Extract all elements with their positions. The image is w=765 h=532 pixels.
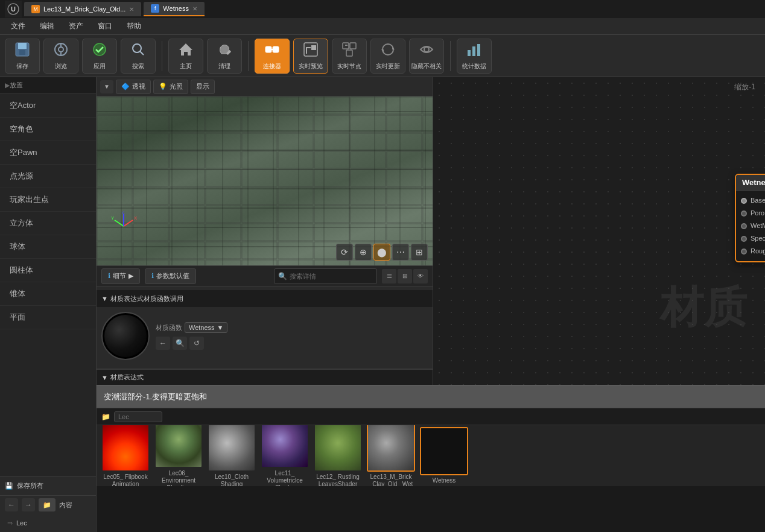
mat-expr-header[interactable]: ▼ 材质表达式 (97, 369, 433, 385)
mat-search-button[interactable]: 🔍 (173, 337, 187, 350)
move-ctrl-button[interactable]: ⊕ (355, 244, 372, 261)
connector-button[interactable]: 连接器 (255, 39, 290, 74)
realtime-nodes-icon (341, 42, 357, 60)
mat-back-button[interactable]: ← (156, 337, 170, 350)
realtime-preview-icon (303, 42, 319, 60)
port-dot-in-basecolor[interactable] (741, 198, 747, 204)
home-icon (178, 42, 194, 60)
left-sidebar: ▶ 放置 空Actor 空角色 空Pawn 点光源 玩家出生点 立方体 球体 圆… (0, 77, 97, 532)
save-all-button[interactable]: 💾 保存所有 (0, 477, 96, 496)
sphere-ctrl-button[interactable]: ⬤ (373, 244, 390, 261)
thumb-name-lec05: Lec05_ Flipbook Animation (101, 473, 150, 486)
sidebar-item-spawn[interactable]: 玩家出生点 (0, 188, 96, 212)
svg-line-11 (140, 51, 144, 55)
grid-view-button[interactable]: ⊞ (398, 269, 412, 283)
more-ctrl-button[interactable]: ⋯ (392, 244, 409, 261)
toolbar-sep-1 (162, 41, 162, 71)
search-button[interactable]: 搜索 (121, 39, 156, 74)
toolbar-sep-3 (450, 41, 451, 71)
nav-forward-button[interactable]: → (22, 498, 35, 511)
mat-fn-header[interactable]: ▼ 材质表达式材质函数调用 (97, 290, 433, 307)
thumb-item-lec10[interactable]: Lec10_Cloth Shading (208, 425, 256, 486)
perspective-button[interactable]: 🔷 透视 (116, 80, 151, 94)
thumb-item-lec06[interactable]: Lec06_ Environment Blending (154, 425, 203, 486)
svg-line-34 (115, 220, 124, 226)
port-dot-in-wetmask[interactable] (741, 223, 747, 229)
sidebar-item-pawn[interactable]: 空Pawn (0, 141, 96, 165)
material-name-dropdown[interactable]: Wetness ▼ (185, 322, 227, 333)
sidebar-item-actor[interactable]: 空Actor (0, 94, 96, 118)
param-defaults-button[interactable]: ℹ 参数默认值 (145, 268, 196, 284)
svg-rect-26 (468, 50, 471, 56)
mat-refresh-button[interactable]: ↺ (189, 337, 204, 350)
tab-lec13[interactable]: M Lec13_M_Brick_Clay_Old... ✕ (24, 2, 141, 16)
thumb-name-wetness: Wetness (433, 477, 456, 484)
material-ball (104, 315, 147, 357)
extra-ctrl-button[interactable]: ⊞ (411, 244, 428, 261)
tab-wetness[interactable]: f Wetness ✕ (144, 2, 205, 16)
viewport-controls: ⟳ ⊕ ⬤ ⋯ ⊞ (336, 244, 428, 261)
port-dot-in-porousness[interactable] (741, 211, 747, 217)
view-buttons: ☰ ⊞ 👁 (382, 269, 428, 283)
thumb-item-lec13[interactable]: Lec13_M_Brick _Clay_Old_ Wet (367, 425, 415, 486)
details-button[interactable]: ℹ 细节 ▶ (101, 268, 140, 284)
thumb-item-lec05[interactable]: Lec05_ Flipbook Animation (101, 425, 150, 486)
viewport-dropdown-arrow[interactable]: ▼ (100, 80, 113, 93)
thumb-item-lec12[interactable]: Lec12_ Rustling LeavesShader (314, 425, 362, 486)
svg-marker-23 (392, 46, 395, 49)
sidebar-item-light[interactable]: 点光源 (0, 165, 96, 188)
port-label-roughness: Roughness粗糙度 (S) (751, 247, 765, 256)
sidebar-item-role[interactable]: 空角色 (0, 118, 96, 141)
menu-window[interactable]: 窗口 (92, 20, 118, 33)
thumb-img-lec05 (101, 425, 150, 472)
browse-icon (53, 42, 69, 60)
realtime-preview-button[interactable]: 实时预览 (293, 39, 328, 74)
stats-button[interactable]: 统计数据 (457, 39, 492, 74)
sidebar-item-cylinder[interactable]: 圆柱体 (0, 259, 96, 282)
apply-button[interactable]: 应用 (82, 39, 117, 74)
sidebar-item-flat[interactable]: 平面 (0, 306, 96, 329)
content-folder-button[interactable]: 📁 (39, 498, 56, 511)
save-button[interactable]: 保存 (5, 39, 40, 74)
thumb-img-lec12 (314, 425, 362, 472)
node-graph[interactable]: 缩放-1 Wetness BaseColor基础颜色 (V3) Roughnes… (433, 77, 765, 385)
property-search[interactable]: 🔍 (274, 268, 377, 284)
menu-edit[interactable]: 编辑 (34, 20, 60, 33)
clean-button[interactable]: 清理 (207, 39, 242, 74)
viewport-node-area: ▼ 🔷 透视 💡 光照 显示 (97, 77, 765, 385)
save-icon-small: 💾 (5, 482, 13, 490)
show-button[interactable]: 显示 (191, 80, 215, 94)
realtime-update-button[interactable]: 实时更新 (370, 39, 405, 74)
nav-back-button[interactable]: ← (5, 498, 18, 511)
menu-file[interactable]: 文件 (5, 20, 31, 33)
port-dot-in-specular[interactable] (741, 236, 747, 242)
browse-button[interactable]: 浏览 (43, 39, 78, 74)
thumb-img-lec10 (208, 425, 256, 472)
thumb-item-wetness[interactable]: Wetness (420, 427, 468, 484)
realtime-nodes-button[interactable]: 实时节点 (332, 39, 367, 74)
sidebar-item-sphere[interactable]: 球体 (0, 235, 96, 259)
port-row-porousness: Porousness多孔渗透性 (S) Specular (736, 207, 765, 220)
list-view-button[interactable]: ☰ (382, 269, 396, 283)
menu-help[interactable]: 帮助 (121, 20, 147, 33)
port-row-specular: Specular高光度 (S) (736, 232, 765, 245)
wetness-node[interactable]: Wetness BaseColor基础颜色 (V3) Roughness (735, 174, 765, 262)
home-button[interactable]: 主页 (168, 39, 203, 74)
sidebar-item-cube[interactable]: 立方体 (0, 212, 96, 235)
hide-unrelated-button[interactable]: 隐藏不相关 (409, 39, 444, 74)
tab-icon-brick: M (31, 5, 40, 13)
rotate-ctrl-button[interactable]: ⟳ (336, 244, 353, 261)
port-dot-in-roughness[interactable] (741, 249, 747, 255)
thumb-item-lec11[interactable]: Lec11_ Volumetriclce Shader (261, 425, 309, 486)
zoom-label: 缩放-1 (734, 82, 755, 92)
thumbnail-search-input[interactable] (114, 411, 162, 422)
lighting-button[interactable]: 💡 光照 (153, 80, 188, 94)
port-label-basecolor: BaseColor基础颜色 (V3) (751, 196, 765, 205)
eye-view-button[interactable]: 👁 (413, 269, 428, 283)
sidebar-bottom: 💾 保存所有 ← → 📁 内容 ⇒ Lec (0, 476, 96, 532)
material-controls: 材质函数 Wetness ▼ ← 🔍 ↺ (156, 322, 428, 350)
menu-assets[interactable]: 资产 (63, 20, 89, 33)
sidebar-item-cone[interactable]: 锥体 (0, 282, 96, 306)
mat-fn-content: 材质函数 Wetness ▼ ← 🔍 ↺ (97, 307, 433, 365)
search-input[interactable] (290, 273, 373, 280)
